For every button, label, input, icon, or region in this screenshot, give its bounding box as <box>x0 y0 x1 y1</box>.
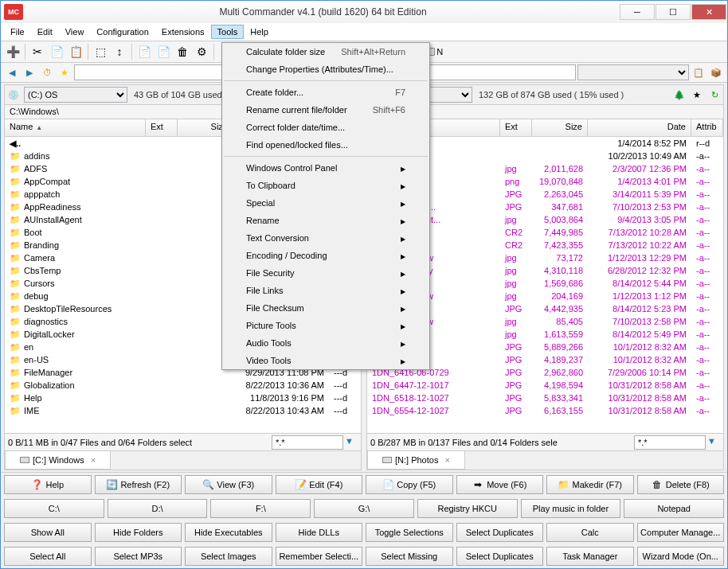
menuitem-video-tools[interactable]: Video Tools <box>222 352 429 369</box>
menuitem-create-folder-[interactable]: Create folder...F7 <box>222 84 429 101</box>
pack-icon[interactable]: 📦 <box>708 64 724 80</box>
cmd-makedir-f7-[interactable]: 📁Makedir (F7) <box>546 475 634 494</box>
left-filter-input[interactable] <box>272 435 343 450</box>
paste-icon[interactable]: 📋 <box>67 43 84 60</box>
col-size[interactable]: Size <box>532 119 588 136</box>
menu-file[interactable]: File <box>4 25 31 39</box>
menuitem-rename-current-file-folder[interactable]: Rename current file/folderShift+F6 <box>222 101 429 119</box>
menuitem-file-links[interactable]: File Links <box>222 282 429 299</box>
cmd-move-f6-[interactable]: ➡Move (F6) <box>456 475 544 494</box>
close-tab-icon[interactable]: × <box>91 455 96 465</box>
new-tab-icon[interactable]: ➕ <box>4 43 22 60</box>
left-filter-icon[interactable]: ▼ <box>345 436 358 449</box>
cmd-hide-executables[interactable]: Hide Executables <box>185 523 272 542</box>
menu-help[interactable]: Help <box>244 25 275 39</box>
menuitem-to-clipboard[interactable]: To Clipboard <box>222 177 429 194</box>
cmd-notepad[interactable]: Notepad <box>624 499 724 518</box>
col-date[interactable]: Date <box>588 119 691 136</box>
file-row[interactable]: 1DN_6518-12-1027JPG5,833,34110/31/2012 8… <box>367 392 723 404</box>
menu-view[interactable]: View <box>59 25 91 39</box>
cut-icon[interactable]: ✂ <box>29 43 46 60</box>
left-drive-select[interactable]: (C:) OS <box>24 87 127 103</box>
cmd-help[interactable]: ❓Help <box>4 475 92 494</box>
file-row[interactable]: 1DN_6554-12-1027JPG6,163,15510/31/2012 8… <box>367 404 723 417</box>
cmd-select-all[interactable]: Select All <box>4 547 92 566</box>
cmd-remember-selecti-[interactable]: Remember Selecti... <box>276 547 363 566</box>
close-tab-icon[interactable]: × <box>444 455 449 465</box>
cmd-select-duplicates[interactable]: Select Duplicates <box>456 523 544 542</box>
menu-tools[interactable]: Tools <box>211 25 245 39</box>
menu-configuration[interactable]: Configuration <box>90 25 155 39</box>
menu-edit[interactable]: Edit <box>31 25 59 39</box>
cmd-refresh-f2-[interactable]: 🔄Refresh (F2) <box>95 475 182 494</box>
cmd-delete-f8-[interactable]: 🗑Delete (F8) <box>637 475 725 494</box>
back-icon[interactable]: ◀ <box>4 64 20 80</box>
forward-icon[interactable]: ▶ <box>22 64 37 80</box>
maximize-button[interactable]: ☐ <box>656 4 691 20</box>
delete-icon[interactable]: 🗑 <box>174 43 191 60</box>
menuitem-calculate-folder-size[interactable]: Calculate folder sizeShift+Alt+Return <box>222 43 429 60</box>
file-row[interactable]: 1DN_6447-12-1017JPG4,198,59410/31/2012 8… <box>367 379 723 392</box>
menuitem-file-checksum[interactable]: File Checksum <box>222 299 429 317</box>
cmd-toggle-selections[interactable]: Toggle Selections <box>366 523 453 542</box>
cmd-computer-manage-[interactable]: Computer Manage... <box>637 523 725 542</box>
col-name[interactable]: Name <box>5 119 146 136</box>
menuitem-find-opened-locked-files-[interactable]: Find opened/locked files... <box>222 136 429 154</box>
address-dropdown[interactable] <box>577 64 689 80</box>
right-tab[interactable]: [N:] Photos× <box>367 451 465 470</box>
favorites-icon[interactable]: ★ <box>57 64 72 80</box>
cmd-c-[interactable]: C:\ <box>4 499 104 518</box>
cmd-task-manager[interactable]: Task Manager <box>546 547 634 566</box>
cmd-select-mp3s[interactable]: Select MP3s <box>95 547 182 566</box>
menuitem-change-properties-attributes-time-[interactable]: Change Properties (Attributes/Time)... <box>222 60 429 78</box>
right-filter-input[interactable] <box>634 435 706 450</box>
fav-icon[interactable]: ★ <box>690 88 704 102</box>
col-attrib[interactable]: Attrib <box>691 119 723 136</box>
select-icon[interactable]: ⬚ <box>92 43 109 60</box>
menuitem-text-conversion[interactable]: Text Conversion <box>222 229 429 247</box>
menuitem-special[interactable]: Special <box>222 194 429 212</box>
history-icon[interactable]: ⏱ <box>39 64 55 80</box>
file-row[interactable]: Globalization8/22/2013 10:36 AM---d <box>5 379 361 392</box>
cmd-registry-hkcu[interactable]: Registry HKCU <box>417 499 518 518</box>
cmd-show-all[interactable]: Show All <box>4 523 92 542</box>
copy-icon[interactable]: 📄 <box>48 43 65 60</box>
cmd-select-duplicates[interactable]: Select Duplicates <box>456 547 544 566</box>
expand-icon[interactable]: ↕ <box>111 43 128 60</box>
cmd-copy-f5-[interactable]: 📄Copy (F5) <box>366 475 453 494</box>
cmd-g-[interactable]: G:\ <box>314 499 414 518</box>
close-button[interactable]: ✕ <box>691 4 726 20</box>
copy-file-icon[interactable]: 📄 <box>135 43 153 60</box>
notes-icon[interactable]: 📋 <box>691 64 706 80</box>
file-row[interactable]: IME8/22/2013 10:43 AM---d <box>5 404 361 417</box>
cmd-view-f3-[interactable]: 🔍View (F3) <box>185 475 272 494</box>
cmd-hide-folders[interactable]: Hide Folders <box>95 523 182 542</box>
cmd-f-[interactable]: F:\ <box>210 499 311 518</box>
cmd-edit-f4-[interactable]: 📝Edit (F4) <box>276 475 363 494</box>
menuitem-windows-control-panel[interactable]: Windows Control Panel <box>222 159 429 177</box>
menuitem-audio-tools[interactable]: Audio Tools <box>222 334 429 352</box>
tree-icon[interactable]: 🌲 <box>672 88 687 102</box>
menuitem-correct-folder-date-time-[interactable]: Correct folder date/time... <box>222 119 429 136</box>
refresh-icon[interactable]: ↻ <box>707 88 722 102</box>
menuitem-picture-tools[interactable]: Picture Tools <box>222 317 429 334</box>
col-ext[interactable]: Ext <box>500 119 532 136</box>
col-ext[interactable]: Ext <box>146 119 178 136</box>
menuitem-rename[interactable]: Rename <box>222 212 429 229</box>
menuitem-file-security[interactable]: File Security <box>222 264 429 282</box>
menuitem-encoding-decoding[interactable]: Encoding / Decoding <box>222 247 429 264</box>
gear-icon[interactable]: ⚙ <box>193 43 210 60</box>
right-filter-icon[interactable]: ▼ <box>707 436 720 449</box>
cmd-hide-dlls[interactable]: Hide DLLs <box>276 523 363 542</box>
file-row[interactable]: Help11/8/2013 9:16 PM---d <box>5 392 361 404</box>
cmd-play-music-in-folder[interactable]: Play music in folder <box>521 499 621 518</box>
cmd-select-missing[interactable]: Select Missing <box>366 547 453 566</box>
left-tab[interactable]: [C:] Windows× <box>5 451 111 470</box>
move-file-icon[interactable]: 📄 <box>155 43 172 60</box>
minimize-button[interactable]: ─ <box>620 4 655 20</box>
cmd-wizard-mode-on-[interactable]: Wizard Mode (On... <box>637 547 725 566</box>
cmd-calc[interactable]: Calc <box>546 523 634 542</box>
cmd-select-images[interactable]: Select Images <box>185 547 272 566</box>
cmd-d-[interactable]: D:\ <box>108 499 208 518</box>
menu-extensions[interactable]: Extensions <box>155 25 211 39</box>
